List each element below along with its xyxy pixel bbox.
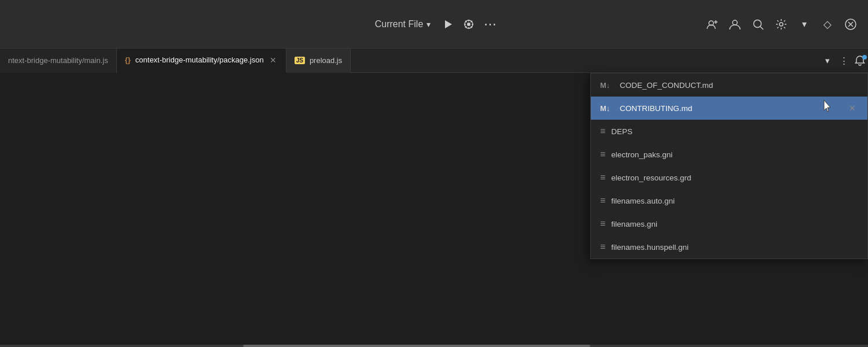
close-window-button[interactable] — [843, 16, 859, 32]
tab-label: ntext-bridge-mutability/main.js — [8, 56, 108, 65]
toolbar-right: ▾ ◇ — [704, 16, 859, 32]
chevron-down-icon: ▾ — [426, 20, 431, 29]
dropdown-item-label: DEPS — [611, 127, 841, 136]
dropdown-item-label: electron_resources.grd — [611, 174, 841, 182]
tab-more-button[interactable]: ⋮ — [836, 53, 852, 69]
tab-label: context-bridge-mutability/package.json — [135, 56, 264, 64]
svg-text:M↓: M↓ — [600, 104, 610, 113]
dropdown-item-electron-resources[interactable]: ≡ electron_resources.grd ✕ — [591, 166, 867, 189]
dropdown-item-label: CONTRIBUTING.md — [620, 104, 841, 113]
dropdown-item-close-button[interactable]: ✕ — [847, 102, 858, 114]
search-button[interactable] — [750, 16, 766, 32]
scrollbar[interactable] — [0, 345, 868, 347]
debug-button[interactable] — [461, 16, 477, 32]
notification-dot — [862, 55, 867, 60]
dropdown-item-electron-paks[interactable]: ≡ electron_paks.gni ✕ — [591, 143, 867, 166]
accounts-button[interactable] — [727, 16, 743, 32]
tab-main-js[interactable]: ntext-bridge-mutability/main.js — [0, 49, 117, 73]
cursor-icon — [819, 99, 836, 117]
dropdown-item-filenames-auto[interactable]: ≡ filenames.auto.gni ✕ — [591, 189, 867, 212]
file-dropdown-panel: M↓ CODE_OF_CONDUCT.md ✕ M↓ CONTRIBUTING.… — [590, 73, 868, 259]
dropdown-item-contributing[interactable]: M↓ CONTRIBUTING.md ✕ — [591, 97, 867, 120]
svg-point-2 — [467, 23, 470, 26]
dropdown-item-label: filenames.hunspell.gni — [611, 243, 841, 252]
dropdown-item-code-of-conduct[interactable]: M↓ CODE_OF_CONDUCT.md ✕ — [591, 73, 867, 97]
notification-button[interactable] — [852, 53, 868, 69]
dropdown-item-deps[interactable]: ≡ DEPS ✕ — [591, 120, 867, 143]
tab-label: preload.js — [310, 56, 342, 65]
svg-text:M↓: M↓ — [600, 81, 610, 90]
current-file-label: Current File — [375, 19, 424, 29]
dropdown-item-label: CODE_OF_CONDUCT.md — [620, 81, 841, 90]
tab-right-controls: ▾ ⋮ — [819, 49, 868, 72]
diamond-button[interactable]: ◇ — [819, 16, 836, 32]
svg-point-14 — [733, 20, 737, 25]
svg-marker-0 — [445, 20, 452, 28]
dropdown-item-label: electron_paks.gni — [611, 150, 841, 159]
file-lines-icon: ≡ — [600, 219, 605, 229]
svg-line-16 — [760, 27, 763, 29]
file-lines-icon: ≡ — [600, 242, 605, 252]
file-lines-icon: ≡ — [600, 172, 605, 183]
more-options-button[interactable]: ⋯ — [481, 16, 498, 32]
toolbar: Current File ▾ ⋯ — [0, 0, 868, 49]
settings-button[interactable] — [773, 16, 789, 32]
current-file-button[interactable]: Current File ▾ — [370, 17, 436, 32]
file-lines-icon: ≡ — [600, 149, 605, 160]
markdown-icon: M↓ — [600, 104, 614, 113]
markdown-icon: M↓ — [600, 80, 614, 90]
main-area: M↓ CODE_OF_CONDUCT.md ✕ M↓ CONTRIBUTING.… — [0, 73, 868, 347]
tab-list-chevron[interactable]: ▾ — [819, 53, 836, 69]
svg-point-15 — [754, 20, 762, 27]
dropdown-item-filenames[interactable]: ≡ filenames.gni ✕ — [591, 212, 867, 235]
dropdown-item-label: filenames.auto.gni — [611, 197, 841, 205]
tab-package-json[interactable]: {} context-bridge-mutability/package.jso… — [117, 49, 286, 73]
chevron-down-button[interactable]: ▾ — [796, 16, 812, 32]
file-lines-icon: ≡ — [600, 126, 605, 136]
tab-preload-js[interactable]: JS preload.js — [286, 49, 351, 73]
tab-close-button[interactable]: ✕ — [269, 55, 278, 65]
tab-bar: ntext-bridge-mutability/main.js {} conte… — [0, 49, 868, 73]
json-file-icon: {} — [125, 56, 131, 64]
toolbar-center: Current File ▾ ⋯ — [370, 16, 498, 32]
file-lines-icon: ≡ — [600, 195, 605, 206]
dropdown-item-label: filenames.gni — [611, 220, 841, 228]
add-profile-button[interactable] — [704, 16, 720, 32]
svg-point-17 — [779, 23, 783, 26]
scrollbar-thumb[interactable] — [243, 345, 590, 347]
dropdown-item-filenames-hunspell[interactable]: ≡ filenames.hunspell.gni ✕ — [591, 235, 867, 259]
run-button[interactable] — [440, 16, 456, 32]
js-file-icon: JS — [295, 57, 305, 64]
